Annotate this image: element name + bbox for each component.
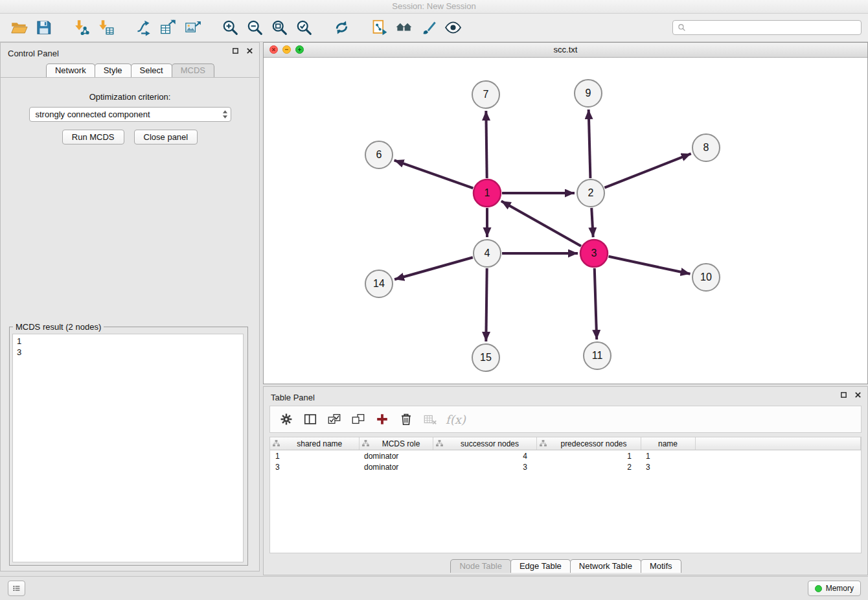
zoom-selected-icon <box>295 19 313 36</box>
table-row[interactable]: 1 dominator 4 1 1 <box>270 450 861 462</box>
edge-3-11[interactable] <box>595 268 597 340</box>
network-canvas[interactable]: 1234678910111415 <box>264 57 867 384</box>
cell-mcds-role[interactable]: dominator <box>359 461 433 472</box>
zoom-selected-button[interactable] <box>292 16 315 40</box>
tab-motifs[interactable]: Motifs <box>641 559 681 573</box>
minimize-window-icon[interactable] <box>282 45 291 54</box>
table-row[interactable]: 3 dominator 3 2 3 <box>270 461 861 472</box>
column-header-shared-name[interactable]: shared name <box>270 437 359 450</box>
edge-2-3[interactable] <box>591 208 593 237</box>
column-header-mcds-role[interactable]: MCDS role <box>359 437 433 450</box>
cell-shared-name[interactable]: 3 <box>270 461 359 472</box>
add-row-button[interactable] <box>370 408 394 431</box>
cell-successor-nodes[interactable]: 3 <box>433 461 536 472</box>
import-table-button[interactable] <box>94 16 117 40</box>
cell-mcds-role[interactable]: dominator <box>359 450 433 462</box>
save-session-button[interactable] <box>32 16 55 40</box>
zoom-in-icon <box>222 19 239 36</box>
node-label: 10 <box>700 271 712 283</box>
close-panel-button[interactable]: Close panel <box>134 130 198 144</box>
edge-4-15[interactable] <box>486 268 486 341</box>
node-2[interactable]: 2 <box>577 179 604 207</box>
cell-name[interactable]: 3 <box>641 461 695 472</box>
tab-select[interactable]: Select <box>131 63 172 77</box>
tab-node-table[interactable]: Node Table <box>450 559 511 573</box>
column-header-predecessor-nodes[interactable]: predecessor nodes <box>536 437 641 450</box>
function-builder-button[interactable]: f(x) <box>442 408 470 431</box>
node-label: 15 <box>480 352 492 363</box>
column-tree-icon <box>361 439 370 448</box>
edge-1-6[interactable] <box>394 160 474 188</box>
node-3[interactable]: 3 <box>580 240 608 267</box>
column-header-name[interactable]: name <box>641 437 695 450</box>
run-mcds-button[interactable]: Run MCDS <box>62 130 124 144</box>
node-7[interactable]: 7 <box>472 81 499 108</box>
houses-icon <box>395 19 413 36</box>
zoom-in-button[interactable] <box>218 16 242 40</box>
zoom-window-icon[interactable] <box>295 45 304 54</box>
delete-column-button[interactable] <box>418 408 442 431</box>
edge-3-10[interactable] <box>608 257 690 274</box>
cell-shared-name[interactable]: 1 <box>270 450 359 462</box>
show-columns-button[interactable] <box>298 408 322 431</box>
export-network-button[interactable] <box>131 16 155 40</box>
search-box[interactable] <box>672 20 862 35</box>
node-8[interactable]: 8 <box>692 134 720 161</box>
zoom-fit-button[interactable] <box>268 16 291 40</box>
column-header-successor-nodes[interactable]: successor nodes <box>433 437 536 450</box>
show-hide-button[interactable] <box>441 16 464 40</box>
cell-name[interactable]: 1 <box>641 450 695 462</box>
first-neighbors-button[interactable] <box>392 16 415 40</box>
clone-network-button[interactable] <box>367 16 391 40</box>
column-header-filler <box>695 437 861 450</box>
open-session-button[interactable] <box>7 16 30 40</box>
columns-icon <box>303 412 317 426</box>
float-panel-icon[interactable] <box>232 47 239 54</box>
table-settings-button[interactable] <box>274 408 298 431</box>
edge-4-14[interactable] <box>394 257 473 279</box>
task-history-button[interactable] <box>8 581 25 596</box>
tab-network[interactable]: Network <box>46 63 95 77</box>
node-6[interactable]: 6 <box>365 141 393 168</box>
criterion-dropdown[interactable]: strongly connected component <box>29 107 231 122</box>
cell-predecessor-nodes[interactable]: 2 <box>536 461 641 472</box>
export-table-button[interactable] <box>156 16 179 40</box>
export-image-button[interactable] <box>181 16 204 40</box>
tab-edge-table[interactable]: Edge Table <box>510 559 571 573</box>
close-panel-icon[interactable] <box>246 47 253 54</box>
delete-row-button[interactable] <box>394 408 418 431</box>
tab-mcds[interactable]: MCDS <box>172 63 214 77</box>
select-all-button[interactable] <box>322 408 346 431</box>
cell-successor-nodes[interactable]: 4 <box>433 450 536 462</box>
tab-network-table[interactable]: Network Table <box>570 559 641 573</box>
refresh-button[interactable] <box>330 16 353 40</box>
close-panel-icon[interactable] <box>854 391 862 398</box>
edge-3-1[interactable] <box>501 201 581 246</box>
cell-predecessor-nodes[interactable]: 1 <box>536 450 641 462</box>
style-paint-button[interactable] <box>417 16 440 40</box>
zoom-fit-icon <box>271 19 288 36</box>
node-1[interactable]: 1 <box>474 179 501 207</box>
tab-style[interactable]: Style <box>95 63 131 77</box>
node-10[interactable]: 10 <box>692 264 720 291</box>
trash-icon <box>399 412 413 426</box>
node-15[interactable]: 15 <box>472 344 499 371</box>
node-table[interactable]: shared name MCDS role successor nodes pr… <box>269 437 862 553</box>
edge-2-9[interactable] <box>589 110 591 178</box>
network-window-titlebar[interactable]: scc.txt <box>264 43 867 58</box>
edge-1-7[interactable] <box>486 111 486 178</box>
search-input[interactable] <box>689 23 856 33</box>
node-4[interactable]: 4 <box>474 240 501 267</box>
import-network-button[interactable] <box>69 16 93 40</box>
edge-2-8[interactable] <box>604 154 691 187</box>
delete-table-icon <box>423 412 437 426</box>
zoom-out-button[interactable] <box>243 16 266 40</box>
node-9[interactable]: 9 <box>575 80 602 107</box>
unselect-all-button[interactable] <box>346 408 370 431</box>
memory-button[interactable]: Memory <box>808 581 861 596</box>
close-window-icon[interactable] <box>269 45 278 54</box>
mcds-result-list[interactable]: 1 3 <box>12 334 244 562</box>
node-14[interactable]: 14 <box>365 270 393 297</box>
float-panel-icon[interactable] <box>840 391 847 398</box>
node-11[interactable]: 11 <box>584 342 611 369</box>
